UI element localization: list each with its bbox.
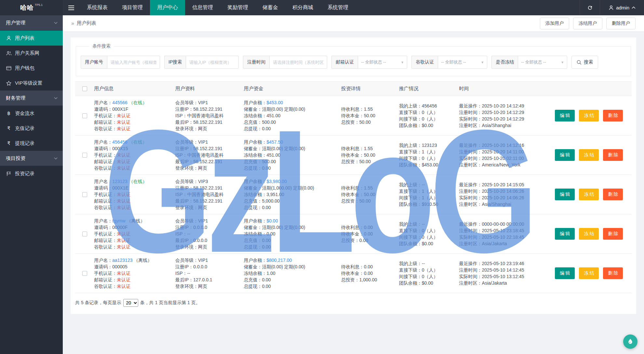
sidebar-group-财务管理[interactable]: 财务管理 xyxy=(0,91,63,106)
cell-invest-detail: 待收利息：0.00待收本金：0.00总投资：0.00 xyxy=(341,224,399,244)
pagination-prefix: 共 5 条记录，每页显示 xyxy=(75,300,121,306)
sidebar-item-VIP等级设置[interactable]: VIP等级设置 xyxy=(0,76,63,91)
username-link[interactable]: 456456 xyxy=(112,139,127,145)
delete-button[interactable]: 删除 xyxy=(603,110,623,121)
freeze-button[interactable]: 冻结 xyxy=(579,149,599,161)
sidebar-item-label: 资金流水 xyxy=(15,110,34,117)
select-all-checkbox[interactable] xyxy=(82,86,87,91)
page-action-删除用户[interactable]: 删除用户 xyxy=(606,18,636,29)
cell-user-profile: 会员等级：VIP1注册IP：0.0.0.0ISP：--最后IP：0.0.0.0登… xyxy=(175,218,244,250)
search-select-邮箱认证[interactable]: -- 全部状态 --▼ xyxy=(358,56,407,69)
nav-tab-积分商城[interactable]: 积分商城 xyxy=(285,0,320,15)
row-checkbox[interactable] xyxy=(82,153,87,158)
column-header: 时间 xyxy=(459,86,551,92)
sidebar-item-label: 投资记录 xyxy=(15,171,34,177)
chevron-down-icon xyxy=(54,22,58,24)
cell-promotion: 我的上级：--直接下级：0（人）间接下级：0（人）团队余额：$0.00 xyxy=(399,260,459,286)
username-link[interactable]: 445566 xyxy=(112,100,127,105)
username-link[interactable]: 123123 xyxy=(112,179,127,184)
cell-user-info: 用户名：aa123123 （离线）邀请码：000005手机认证：未认证邮箱认证：… xyxy=(94,257,175,290)
nav-tab-奖励管理[interactable]: 奖励管理 xyxy=(220,0,255,15)
freeze-button[interactable]: 冻结 xyxy=(579,267,599,279)
sidebar-group-label: 财务管理 xyxy=(6,95,25,101)
freeze-button[interactable]: 冻结 xyxy=(579,110,599,121)
page-actions: 添加用户冻结用户删除用户 xyxy=(540,18,636,29)
delete-button[interactable]: 删除 xyxy=(603,189,623,200)
sidebar-item-用户钱包[interactable]: 用户钱包 xyxy=(0,61,63,76)
freeze-button[interactable]: 冻结 xyxy=(579,189,599,200)
search-field-label: 是否冻结 xyxy=(491,56,518,69)
search-select-谷歌认证[interactable]: -- 全部状态 --▼ xyxy=(438,56,487,69)
table-header: 用户信息用户资料用户资金投资详情推广情况时间 xyxy=(75,81,632,96)
nav-tab-信息管理[interactable]: 信息管理 xyxy=(185,0,220,15)
page-action-冻结用户[interactable]: 冻结用户 xyxy=(573,18,602,29)
edit-button[interactable]: 编辑 xyxy=(555,149,575,161)
delete-button[interactable]: 删除 xyxy=(603,228,623,240)
page-action-添加用户[interactable]: 添加用户 xyxy=(540,18,569,29)
breadcrumb-marker: » xyxy=(71,21,74,26)
sidebar-item-资金流水[interactable]: ฿资金流水 xyxy=(0,106,63,121)
sidebar-item-label: 用户关系网 xyxy=(15,50,39,56)
cell-user-funds: 用户余额：$457.50储蓄金：活期(0.00) 定期(0.00)冻结余额：45… xyxy=(244,139,341,171)
cell-user-funds: 用户余额：$3,980.00储蓄金：活期(1,000.00) 定期(0.00)冻… xyxy=(244,178,341,211)
sidebar: 用户管理用户列表用户关系网用户钱包VIP等级设置财务管理฿资金流水₹充值记录₹提… xyxy=(0,15,63,354)
edit-button[interactable]: 编辑 xyxy=(555,228,575,240)
refresh-icon[interactable] xyxy=(580,0,600,15)
user-menu[interactable]: admin xyxy=(600,0,644,15)
nav-tab-用户中心[interactable]: 用户中心 xyxy=(150,0,185,15)
search-input-注册时间[interactable] xyxy=(269,56,327,69)
delete-button[interactable]: 删除 xyxy=(603,149,623,161)
sidebar-group-用户管理[interactable]: 用户管理 xyxy=(0,15,63,31)
online-status: （在线） xyxy=(129,100,147,105)
search-field-label: 谷歌认证 xyxy=(411,56,438,69)
search-input-用户账号[interactable] xyxy=(107,56,160,69)
row-checkbox[interactable] xyxy=(82,232,87,236)
baht-icon: ฿ xyxy=(6,110,12,116)
nav-tab-储蓄金[interactable]: 储蓄金 xyxy=(255,0,285,15)
table-row: 用户名：123123 （在线）邀请码：000X1E手机认证：未认证邮箱认证：未认… xyxy=(75,175,632,214)
sidebar-item-用户列表[interactable]: 用户列表 xyxy=(0,31,63,46)
cell-time: 最近操作：2025-05-10 23:19:46注册时间：2025-05-10 … xyxy=(459,260,551,286)
search-input-IP搜索[interactable] xyxy=(186,56,239,69)
per-page-select[interactable]: 20 xyxy=(123,299,138,307)
search-field-邮箱认证: 邮箱认证-- 全部状态 --▼ xyxy=(331,56,407,69)
rupee-icon: ₹ xyxy=(6,140,12,146)
search-select-是否冻结[interactable]: -- 全部状态 --▼ xyxy=(518,56,567,69)
search-button[interactable]: 搜索 xyxy=(571,56,598,69)
freeze-button[interactable]: 冻结 xyxy=(579,228,599,240)
username-link[interactable]: tgymw xyxy=(112,218,125,223)
users-icon xyxy=(6,51,12,56)
edit-button[interactable]: 编辑 xyxy=(555,189,575,200)
cell-invest-detail: 待收利息：1.55待收本金：50.00总投资：50.00 xyxy=(341,106,399,125)
floating-action-button[interactable] xyxy=(623,334,637,349)
sidebar-item-用户关系网[interactable]: 用户关系网 xyxy=(0,46,63,61)
hamburger-menu-icon[interactable] xyxy=(63,0,80,15)
sidebar-group-项目投资[interactable]: 项目投资 xyxy=(0,151,63,166)
column-header: 用户资料 xyxy=(175,86,244,92)
row-checkbox[interactable] xyxy=(82,192,87,197)
table-row: 用户名：aa123123 （离线）邀请码：000005手机认证：未认证邮箱认证：… xyxy=(75,254,632,293)
page-title: 用户列表 xyxy=(77,20,96,26)
nav-tab-系统报表[interactable]: 系统报表 xyxy=(80,0,115,15)
edit-button[interactable]: 编辑 xyxy=(555,110,575,121)
sidebar-item-提现记录[interactable]: ₹提现记录 xyxy=(0,136,63,151)
flag-icon xyxy=(6,171,12,176)
sidebar-item-label: 用户钱包 xyxy=(15,65,34,71)
cell-invest-detail: 待收利息：0.00待收本金：0.00总投资：1,000.00 xyxy=(341,263,399,283)
sidebar-item-充值记录[interactable]: ₹充值记录 xyxy=(0,121,63,136)
nav-tab-项目管理[interactable]: 项目管理 xyxy=(115,0,150,15)
select-value: -- 全部状态 -- xyxy=(521,59,546,65)
cell-time: 最近操作：2025-10-20 14:12:49注册时间：2025-10-20 … xyxy=(459,103,551,129)
sidebar-item-投资记录[interactable]: 投资记录 xyxy=(0,166,63,181)
sidebar-item-label: VIP等级设置 xyxy=(15,80,42,86)
column-header: 用户资金 xyxy=(244,86,341,92)
row-checkbox[interactable] xyxy=(82,271,87,276)
select-value: -- 全部状态 -- xyxy=(361,59,386,65)
table-row: 用户名：445566 （在线）邀请码：000X1F手机认证：未认证邮箱认证：未认… xyxy=(75,96,632,135)
edit-button[interactable]: 编辑 xyxy=(555,267,575,279)
delete-button[interactable]: 删除 xyxy=(603,267,623,279)
nav-tab-系统管理[interactable]: 系统管理 xyxy=(320,0,356,15)
row-checkbox[interactable] xyxy=(82,113,87,118)
username-link[interactable]: aa123123 xyxy=(112,258,132,263)
search-field-IP搜索: IP搜索 xyxy=(164,56,239,69)
